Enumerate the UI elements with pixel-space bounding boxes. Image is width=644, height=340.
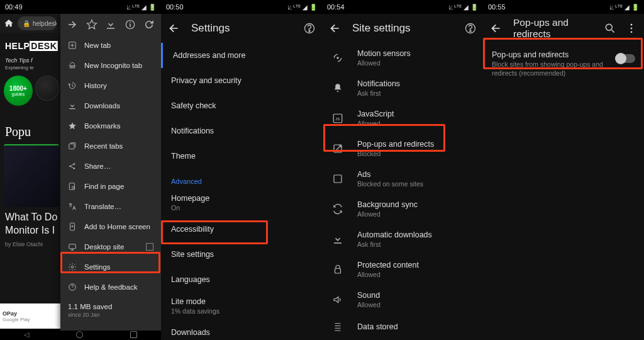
menu-item-translate-[interactable]: Translate… — [60, 196, 161, 217]
menu-item-history[interactable]: History — [60, 76, 161, 96]
site-setting-protected-content[interactable]: Protected contentAllowed — [322, 254, 483, 285]
item-label: Privacy and security — [171, 76, 312, 85]
ad-brand: OPay Google Play — [3, 310, 30, 322]
help-icon[interactable] — [464, 22, 477, 35]
article-title[interactable]: What To Do Monitor Is I — [0, 207, 63, 241]
settings-item-addresses-and-more[interactable]: Addresses and more — [161, 43, 322, 68]
item-label: Theme — [171, 152, 312, 161]
menu-item-new-incognito-tab[interactable]: New Incognito tab — [60, 55, 161, 76]
back-nav[interactable]: ◁ — [24, 331, 29, 339]
menu-item-settings[interactable]: Settings — [60, 257, 161, 277]
clock: 00:50 — [166, 3, 184, 11]
svg-rect-4 — [69, 144, 74, 149]
add-home-icon — [68, 222, 77, 231]
settings-item-site-settings[interactable]: Site settings — [161, 242, 322, 267]
svg-text:JS: JS — [335, 117, 340, 121]
menu-item-downloads[interactable]: Downloads — [60, 96, 161, 116]
menu-label: Bookmarks — [84, 122, 121, 130]
sync-icon — [332, 203, 343, 215]
settings-item-lite-mode[interactable]: Lite mode1% data savings — [161, 292, 322, 320]
back-arrow-icon[interactable] — [328, 22, 341, 35]
item-label: Languages — [171, 275, 312, 284]
overflow-icon[interactable] — [625, 22, 638, 35]
settings-item-privacy-and-security[interactable]: Privacy and security — [161, 68, 322, 93]
search-icon[interactable] — [604, 22, 616, 35]
menu-item-1-1-mb-saved[interactable]: 1.1 MB savedsince 20 Jan — [60, 297, 161, 324]
site-setting-motion-sensors[interactable]: Motion sensorsAllowed — [322, 43, 483, 73]
menu-label: Find in page — [84, 183, 124, 190]
menu-item-bookmarks[interactable]: Bookmarks — [60, 116, 161, 136]
panel-site-settings: 00:54 ⟀ ᴸᵀᴱ ◢ 🔋 Site settings Motion sen… — [322, 0, 483, 340]
item-label: Safety check — [171, 101, 312, 110]
site-setting-automatic-downloads[interactable]: Automatic downloadsAsk first — [322, 224, 483, 254]
tagline: Tech Tips f — [0, 57, 63, 64]
back-arrow-icon[interactable] — [489, 22, 502, 35]
find-icon — [68, 182, 77, 191]
menu-item-add-to-home-screen[interactable]: Add to Home screen — [60, 217, 161, 237]
toggle-switch[interactable] — [616, 54, 635, 63]
item-label: Motion sensors — [357, 49, 411, 58]
item-label: Homepage — [171, 194, 312, 203]
page-title: Pop-ups and redirects — [513, 17, 592, 40]
site-setting-sound[interactable]: SoundAllowed — [322, 285, 483, 315]
site-setting-data-stored[interactable]: Data stored — [322, 315, 483, 339]
help-icon[interactable] — [303, 22, 316, 35]
sub-tagline: Explaining te — [0, 64, 63, 76]
info-icon[interactable] — [125, 19, 136, 30]
site-setting-javascript[interactable]: JSJavaScriptAllowed — [322, 103, 483, 133]
app-bar: Site settings — [322, 14, 483, 43]
article-thumb[interactable] — [4, 144, 59, 207]
settings-item-theme[interactable]: Theme — [161, 144, 322, 169]
menu-item-new-tab[interactable]: New tab — [60, 35, 161, 55]
back-arrow-icon[interactable] — [167, 22, 180, 35]
sound-icon — [332, 294, 343, 305]
settings-item-accessibility[interactable]: Accessibility — [161, 217, 322, 242]
home-icon[interactable] — [4, 18, 14, 28]
url-bar[interactable]: 🔒 helpdesk — [18, 16, 57, 30]
site-setting-notifications[interactable]: NotificationsAsk first — [322, 73, 483, 103]
website-content: HELPDESK Tech Tips f Explaining te 1800+… — [0, 35, 63, 318]
site-setting-pop-ups-and-redirects[interactable]: Pop-ups and redirectsBlocked — [322, 133, 483, 164]
star-icon[interactable] — [86, 19, 97, 30]
site-setting-background-sync[interactable]: Background syncAllowed — [322, 194, 483, 224]
recent-nav[interactable] — [130, 331, 137, 338]
refresh-icon[interactable] — [143, 19, 155, 30]
item-label: Pop-ups and redirects — [357, 140, 434, 149]
item-label: Accessibility — [171, 225, 312, 234]
plus-box-icon — [68, 41, 77, 50]
popups-toggle-row[interactable]: Pop-ups and redirects Block sites from s… — [483, 43, 644, 85]
svg-point-6 — [74, 163, 75, 165]
menu-item-share-[interactable]: Share… — [60, 156, 161, 176]
download-icon[interactable] — [105, 19, 116, 30]
app-bar: Settings — [161, 14, 322, 43]
item-sub: 1% data savings — [171, 307, 312, 315]
item-sub: On — [171, 204, 312, 212]
site-setting-ads[interactable]: AdsBlocked on some sites — [322, 164, 483, 194]
settings-item-languages[interactable]: Languages — [161, 267, 322, 292]
item-sub: Ask first — [357, 89, 400, 97]
menu-label: New Incognito tab — [84, 62, 142, 69]
menu-item-help-feedback[interactable]: Help & feedback — [60, 277, 161, 297]
status-icons: ⟀ ᴸᵀᴱ ◢ 🔋 — [610, 4, 639, 11]
arrow-forward-icon[interactable] — [67, 19, 78, 30]
menu-item-find-in-page[interactable]: Find in page — [60, 176, 161, 196]
menu-label: Translate… — [84, 203, 121, 210]
recent-icon — [68, 142, 77, 150]
settings-item-downloads[interactable]: Downloads — [161, 320, 322, 340]
page-title: Site settings — [352, 22, 453, 35]
settings-item-safety-check[interactable]: Safety check — [161, 93, 322, 118]
data-icon — [332, 321, 343, 332]
checkbox[interactable] — [146, 243, 153, 251]
settings-item-notifications[interactable]: Notifications — [161, 118, 322, 144]
status-icons: ⟀ ᴸᵀᴱ ◢ 🔋 — [449, 4, 478, 11]
section-heading: Popu — [0, 106, 63, 144]
menu-item-desktop-site[interactable]: Desktop site — [60, 237, 161, 257]
settings-item-homepage[interactable]: HomepageOn — [161, 189, 322, 217]
item-label: Lite mode — [171, 297, 312, 306]
item-sub: Ask first — [357, 241, 432, 248]
toggle-label: Pop-ups and redirects — [492, 50, 608, 59]
menu-item-recent-tabs[interactable]: Recent tabs — [60, 136, 161, 156]
item-sub: Allowed — [357, 59, 411, 67]
download-icon — [68, 101, 77, 110]
home-nav[interactable] — [76, 331, 83, 338]
